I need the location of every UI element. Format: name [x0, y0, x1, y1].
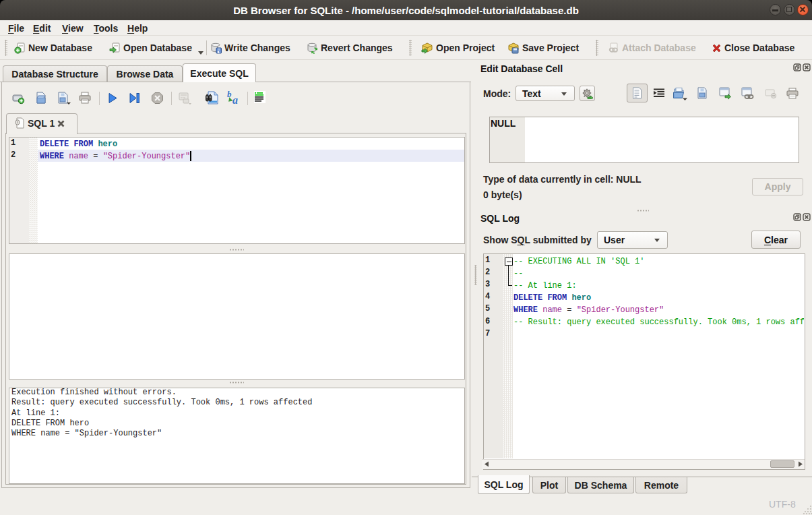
- svg-text:a: a: [232, 94, 238, 105]
